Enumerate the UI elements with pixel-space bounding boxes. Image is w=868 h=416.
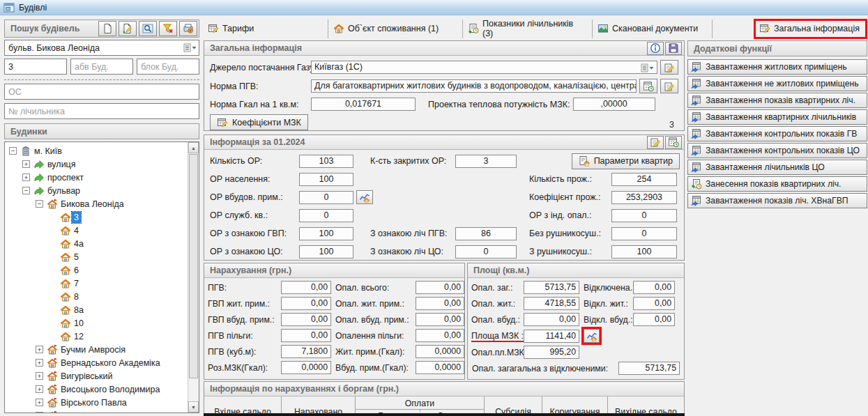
field-value[interactable]: 0 xyxy=(299,191,353,204)
field-value[interactable]: 103 xyxy=(299,155,353,168)
function-button[interactable]: Завантаження не житлових приміщень xyxy=(687,76,867,91)
field-value[interactable]: 253,2903 xyxy=(611,191,677,204)
expand-icon[interactable]: + xyxy=(22,174,30,181)
clear-filter-button[interactable] xyxy=(159,21,177,36)
mzk-area-stats-button[interactable] xyxy=(584,329,600,343)
norm-pgv-calendar-button[interactable] xyxy=(639,79,657,93)
tree-item[interactable]: +Вернадського Академіка xyxy=(6,356,199,369)
norm-pgv-field[interactable]: Для багатоквартирних житлових будинків з… xyxy=(311,79,637,93)
tree-item[interactable]: +Вигурівський xyxy=(6,369,199,383)
gas-source-edit-button[interactable] xyxy=(660,60,678,75)
field-value[interactable]: 0 xyxy=(299,209,353,222)
norm-gkal-field[interactable]: 0,017671 xyxy=(311,98,416,111)
areas-total-field[interactable]: 5713,75 xyxy=(618,362,680,375)
period-calendar-button[interactable] xyxy=(665,136,682,149)
tree-item[interactable]: 8 xyxy=(6,290,199,303)
field-value[interactable]: 995,20 xyxy=(524,346,579,359)
expand-icon[interactable]: + xyxy=(36,359,43,367)
expand-icon[interactable]: + xyxy=(36,346,43,353)
field-value[interactable]: 3 xyxy=(455,155,517,168)
tree-item[interactable]: 12 xyxy=(6,330,199,343)
street-input[interactable] xyxy=(4,40,199,56)
field-value[interactable]: 100 xyxy=(299,227,353,240)
field-value[interactable]: 86 xyxy=(455,227,517,240)
house-letter-input[interactable] xyxy=(70,59,133,75)
meter-number-input[interactable] xyxy=(4,103,199,119)
mzk-coefficients-button[interactable]: Коефіцієнти МЗК xyxy=(210,114,308,130)
tree-item[interactable]: +вулиця xyxy=(6,157,199,171)
field-value[interactable]: 0,00 xyxy=(633,313,675,326)
field-value[interactable]: 0,00 xyxy=(524,313,579,326)
street-dropdown-icon[interactable] xyxy=(183,43,197,53)
scroll-thumb[interactable] xyxy=(189,154,198,378)
tree-item[interactable]: 7 xyxy=(6,277,199,290)
new-building-button[interactable] xyxy=(98,21,116,36)
tree-item[interactable]: 3 xyxy=(6,210,199,224)
field-value[interactable]: 7,1800 xyxy=(281,345,331,358)
house-number-input[interactable] xyxy=(4,59,67,75)
tree-item[interactable]: −бульвар xyxy=(6,184,199,197)
tree-item[interactable]: +Висоцького Володимира xyxy=(6,383,199,396)
function-button[interactable]: Завантаження квартирних лічильників xyxy=(687,109,867,125)
function-button[interactable]: Завантаження житлових приміщень xyxy=(687,59,867,75)
tab-2[interactable]: Об`єкт споживання (1) xyxy=(328,20,463,38)
field-value[interactable]: 0,00 xyxy=(281,313,331,326)
expand-icon[interactable]: + xyxy=(36,385,43,393)
collapse-icon[interactable]: − xyxy=(36,200,43,208)
field-value[interactable]: 0,00 xyxy=(633,297,675,310)
tree-item[interactable]: −Бикова Леоніда xyxy=(6,197,199,210)
collapse-icon[interactable]: − xyxy=(9,147,17,155)
tree-item[interactable]: +проспект xyxy=(6,171,199,184)
field-value[interactable]: 100 xyxy=(299,173,353,186)
tree-item[interactable]: +Гавела Вацлава xyxy=(6,409,199,413)
collapse-icon[interactable]: − xyxy=(22,187,30,194)
field-value[interactable]: 0,00 xyxy=(281,297,331,310)
tab-5[interactable]: Загальна інформація xyxy=(754,19,867,39)
function-button[interactable]: Завантаження лічильників ЦО xyxy=(687,160,867,175)
expand-icon[interactable]: + xyxy=(36,372,43,380)
field-value[interactable]: 0,0000 xyxy=(416,345,464,358)
os-input[interactable] xyxy=(4,84,199,100)
field-value[interactable]: 0,00 xyxy=(281,329,331,342)
house-block-input[interactable] xyxy=(137,59,199,75)
tree-scrollbar[interactable]: ▲ ▼ xyxy=(188,142,199,413)
field-value[interactable]: 4718,55 xyxy=(524,297,579,310)
field-value[interactable]: 254 xyxy=(611,173,677,186)
tab-4[interactable]: Скановані документи xyxy=(593,20,713,38)
expand-icon[interactable]: + xyxy=(22,160,30,168)
field-value[interactable]: 0,00 xyxy=(633,281,675,294)
tree-item[interactable]: 10 xyxy=(6,316,199,330)
function-button[interactable]: Завантаження показів ліч. ХВнаГВП xyxy=(687,193,867,208)
function-button[interactable]: Завантаження контрольних показів ГВ xyxy=(687,126,867,141)
field-value[interactable]: 0,00 xyxy=(416,281,464,294)
scroll-down-icon[interactable]: ▼ xyxy=(188,401,199,413)
field-value[interactable]: 100 xyxy=(611,245,677,259)
field-value[interactable]: 0 xyxy=(611,209,677,222)
tree-item[interactable]: +Вірського Павла xyxy=(6,396,199,409)
field-value[interactable]: 0 xyxy=(611,227,677,240)
field-value[interactable]: 0,00 xyxy=(416,313,464,326)
norm-pgv-edit-button[interactable] xyxy=(660,79,678,93)
field-value[interactable]: 0 xyxy=(455,245,517,259)
tree-item[interactable]: 4а xyxy=(6,237,199,250)
tree-item[interactable]: 5 xyxy=(6,250,199,263)
scroll-up-icon[interactable]: ▲ xyxy=(188,142,199,153)
tree-item[interactable]: +Бучми Амвросія xyxy=(6,343,199,356)
field-value[interactable]: 100 xyxy=(299,245,353,259)
field-value[interactable]: 0,00 xyxy=(416,329,464,342)
report-button[interactable] xyxy=(179,21,197,36)
field-value[interactable]: 0,00 xyxy=(416,297,464,310)
expand-icon[interactable]: + xyxy=(36,412,43,413)
field-value[interactable]: 0,0000 xyxy=(281,361,331,374)
expand-icon[interactable]: + xyxy=(36,399,43,406)
field-value[interactable]: 1141,40 xyxy=(524,330,579,343)
tree-item[interactable]: 8а xyxy=(6,303,199,316)
field-value[interactable]: 0,00 xyxy=(281,281,331,294)
tree-item[interactable]: −м. Київ xyxy=(6,144,199,157)
info-button[interactable] xyxy=(647,42,664,55)
save-button[interactable] xyxy=(665,42,682,55)
apartment-params-button[interactable]: Параметри квартир xyxy=(572,153,680,169)
field-value[interactable]: 0,0000 xyxy=(416,361,464,374)
period-edit-button[interactable] xyxy=(647,136,664,149)
tab-3[interactable]: Показники лічильників (3) xyxy=(463,20,593,38)
